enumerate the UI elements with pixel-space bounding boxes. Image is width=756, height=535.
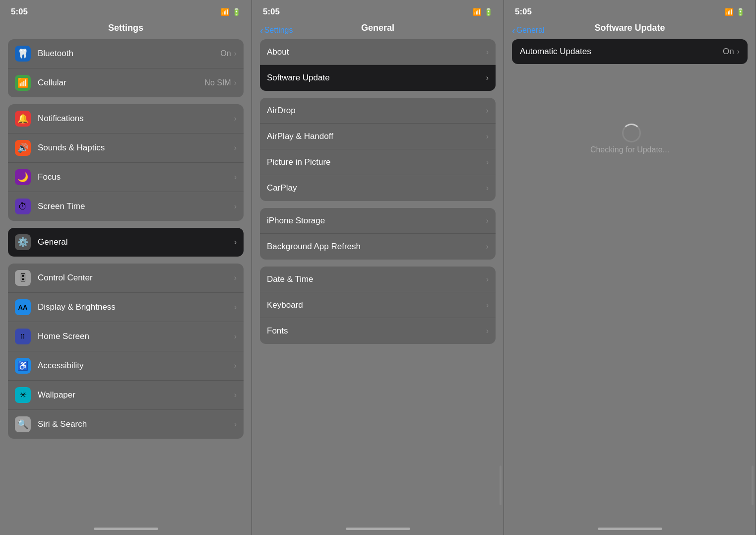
cellular-icon: 📶 <box>15 75 31 91</box>
back-button-general[interactable]: ‹ Settings <box>260 24 293 36</box>
focus-row[interactable]: 🌙 Focus › <box>8 163 244 192</box>
sounds-chevron: › <box>234 143 237 152</box>
keyboard-label: Keyboard <box>267 300 486 310</box>
control-center-icon: 🎛 <box>15 270 31 286</box>
home-screen-row[interactable]: ⠿ Home Screen › <box>8 322 244 351</box>
bluetooth-icon: 🦷 <box>15 46 31 62</box>
battery-icon-3: 🔋 <box>736 8 745 16</box>
display-icon: AA <box>15 299 31 315</box>
nav-header-settings: Settings <box>0 21 252 39</box>
date-time-label: Date & Time <box>267 274 486 284</box>
wallpaper-row[interactable]: ✳ Wallpaper › <box>8 381 244 410</box>
iphone-storage-label: iPhone Storage <box>267 216 486 226</box>
section-storage: iPhone Storage › Background App Refresh … <box>260 208 496 260</box>
airplay-chevron: › <box>486 132 489 141</box>
wallpaper-label: Wallpaper <box>38 390 234 400</box>
section-connectivity: 🦷 Bluetooth On › 📶 Cellular No SIM › <box>8 39 244 97</box>
cellular-value: No SIM <box>204 78 231 87</box>
focus-icon: 🌙 <box>15 169 31 185</box>
control-center-chevron: › <box>234 273 237 282</box>
panel-settings: 5:05 📶 🔋 Settings 🦷 Bluetooth On › 📶 Cel… <box>0 0 252 535</box>
scroll-indicator-3 <box>752 466 754 505</box>
back-label-software-update: General <box>516 26 545 35</box>
section-notifications: 🔔 Notifications › 🔊 Sounds & Haptics › 🌙… <box>8 104 244 221</box>
panel-general: 5:05 📶 🔋 ‹ Settings General About › Soft… <box>252 0 504 535</box>
display-chevron: › <box>234 303 237 312</box>
airdrop-row[interactable]: AirDrop › <box>260 98 496 124</box>
wifi-icon-2: 📶 <box>473 8 481 16</box>
general-icon: ⚙️ <box>15 234 31 250</box>
about-row[interactable]: About › <box>260 39 496 65</box>
software-update-row[interactable]: Software Update › <box>260 65 496 91</box>
screen-time-row[interactable]: ⏱ Screen Time › <box>8 192 244 221</box>
pip-row[interactable]: Picture in Picture › <box>260 149 496 175</box>
nav-header-software-update: ‹ General Software Update <box>504 21 756 39</box>
status-icons-3: 📶 🔋 <box>725 8 745 16</box>
section-display: 🎛 Control Center › AA Display & Brightne… <box>8 264 244 439</box>
carplay-chevron: › <box>486 184 489 193</box>
wifi-icon: 📶 <box>221 8 229 16</box>
date-time-chevron: › <box>486 275 489 284</box>
display-brightness-row[interactable]: AA Display & Brightness › <box>8 293 244 322</box>
home-indicator-3 <box>598 528 662 530</box>
general-page-title: General <box>361 23 394 33</box>
general-label: General <box>38 237 234 247</box>
siri-icon: 🔍 <box>15 416 31 432</box>
back-chevron-general: ‹ <box>260 24 263 36</box>
cellular-label: Cellular <box>38 78 204 88</box>
notifications-icon: 🔔 <box>15 111 31 127</box>
home-screen-chevron: › <box>234 332 237 341</box>
section-general-active: ⚙️ General › <box>8 228 244 257</box>
notifications-row[interactable]: 🔔 Notifications › <box>8 104 244 134</box>
status-icons-1: 📶 🔋 <box>221 8 241 16</box>
home-indicator-2 <box>346 528 410 530</box>
about-label: About <box>267 47 486 57</box>
carplay-row[interactable]: CarPlay › <box>260 175 496 201</box>
settings-list: 🦷 Bluetooth On › 📶 Cellular No SIM › 🔔 N… <box>0 39 252 446</box>
general-list: About › Software Update › AirDrop › AirP… <box>252 39 504 351</box>
notifications-chevron: › <box>234 114 237 123</box>
siri-row[interactable]: 🔍 Siri & Search › <box>8 410 244 439</box>
status-icons-2: 📶 🔋 <box>473 8 493 16</box>
background-refresh-row[interactable]: Background App Refresh › <box>260 234 496 260</box>
general-row[interactable]: ⚙️ General › <box>8 228 244 257</box>
keyboard-chevron: › <box>486 301 489 310</box>
software-update-label: Software Update <box>267 73 486 83</box>
bluetooth-row[interactable]: 🦷 Bluetooth On › <box>8 39 244 68</box>
fonts-row[interactable]: Fonts › <box>260 318 496 344</box>
accessibility-chevron: › <box>234 361 237 370</box>
automatic-updates-row[interactable]: Automatic Updates On › <box>512 39 748 64</box>
control-center-label: Control Center <box>38 273 234 283</box>
back-chevron-software-update: ‹ <box>512 24 515 36</box>
back-label-general: Settings <box>264 26 293 35</box>
wifi-icon-3: 📶 <box>725 8 733 16</box>
iphone-storage-row[interactable]: iPhone Storage › <box>260 208 496 234</box>
sounds-label: Sounds & Haptics <box>38 143 234 153</box>
back-button-software-update[interactable]: ‹ General <box>512 24 545 36</box>
bluetooth-value: On <box>220 49 231 58</box>
display-label: Display & Brightness <box>38 302 234 312</box>
wallpaper-chevron: › <box>234 391 237 400</box>
keyboard-row[interactable]: Keyboard › <box>260 292 496 318</box>
control-center-row[interactable]: 🎛 Control Center › <box>8 264 244 293</box>
background-refresh-chevron: › <box>486 242 489 251</box>
focus-chevron: › <box>234 173 237 182</box>
notifications-label: Notifications <box>38 114 234 124</box>
siri-chevron: › <box>234 420 237 429</box>
software-update-chevron: › <box>486 73 489 82</box>
checking-text: Checking for Update... <box>590 145 669 154</box>
settings-title: Settings <box>108 23 143 33</box>
automatic-updates-label: Automatic Updates <box>520 47 723 57</box>
checking-container: Checking for Update... <box>504 124 756 154</box>
pip-label: Picture in Picture <box>267 157 486 167</box>
accessibility-row[interactable]: ♿ Accessibility › <box>8 351 244 381</box>
airplay-row[interactable]: AirPlay & Handoff › <box>260 124 496 149</box>
about-chevron: › <box>486 48 489 57</box>
status-bar-3: 5:05 📶 🔋 <box>504 0 756 21</box>
scroll-indicator-2 <box>500 466 502 505</box>
cellular-row[interactable]: 📶 Cellular No SIM › <box>8 68 244 97</box>
sounds-row[interactable]: 🔊 Sounds & Haptics › <box>8 134 244 163</box>
time-1: 5:05 <box>11 7 28 17</box>
accessibility-label: Accessibility <box>38 361 234 371</box>
date-time-row[interactable]: Date & Time › <box>260 267 496 292</box>
